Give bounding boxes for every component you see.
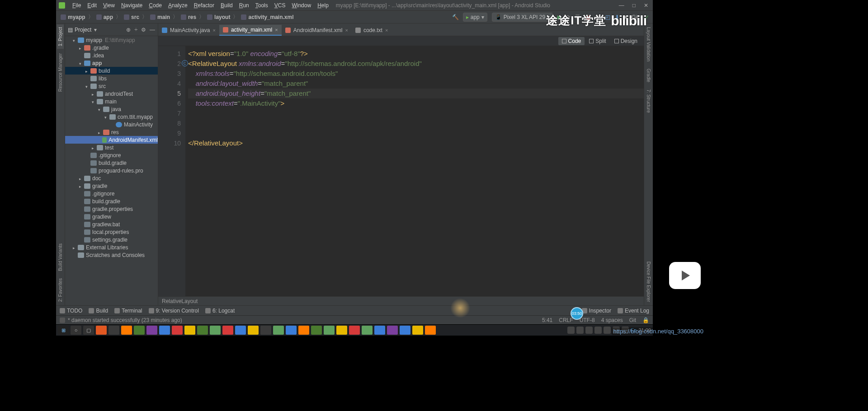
breadcrumb-item[interactable]: activity_main.xml bbox=[241, 14, 293, 20]
tree-node[interactable]: settings.gradle bbox=[65, 236, 158, 243]
tree-node[interactable]: build.gradle bbox=[65, 197, 158, 205]
menu-file[interactable]: File bbox=[70, 1, 84, 9]
view-mode-design[interactable]: Design bbox=[611, 37, 641, 45]
tree-node[interactable]: .gradle bbox=[65, 44, 158, 51]
tree-node[interactable]: java bbox=[65, 105, 158, 113]
code-editor[interactable]: 12C345678910 <?xml version="1.0" encodin… bbox=[158, 46, 644, 296]
menu-code[interactable]: Code bbox=[146, 1, 165, 9]
maximize-icon[interactable]: □ bbox=[632, 2, 636, 9]
cursor-position[interactable]: 5:41 bbox=[542, 317, 552, 323]
lock-icon[interactable]: 🔒 bbox=[642, 317, 649, 323]
breadcrumb-item[interactable]: myapp bbox=[61, 14, 85, 20]
stop-icon[interactable]: ■ bbox=[624, 14, 627, 20]
tree-node[interactable]: MainActivity bbox=[65, 121, 158, 128]
taskbar-app[interactable] bbox=[134, 326, 145, 335]
tray-icon[interactable] bbox=[604, 327, 611, 334]
tree-node[interactable]: proguard-rules.pro bbox=[65, 167, 158, 174]
vcs-update-icon[interactable]: ✓ bbox=[645, 14, 649, 20]
tree-node[interactable]: libs bbox=[65, 75, 158, 82]
select-opened-icon[interactable]: ⊕ bbox=[126, 27, 131, 33]
editor-content[interactable]: <?xml version="1.0" encoding="utf-8"?><R… bbox=[185, 46, 644, 296]
tree-node[interactable]: Scratches and Consoles bbox=[65, 251, 158, 259]
taskbar-app[interactable] bbox=[336, 326, 347, 335]
editor-tab[interactable]: AndroidManifest.xml× bbox=[282, 25, 352, 36]
rail-structure[interactable]: 7: Structure bbox=[645, 87, 652, 116]
menu-edit[interactable]: Edit bbox=[85, 1, 99, 9]
tree-node[interactable]: myappE:\ttit\myapp bbox=[65, 36, 158, 44]
breadcrumb-item[interactable]: src bbox=[124, 14, 139, 20]
apply-changes-icon[interactable]: ⟳ bbox=[566, 14, 571, 20]
bottom-tool-todo[interactable]: TODO bbox=[60, 308, 82, 314]
menu-view[interactable]: View bbox=[100, 1, 118, 9]
hide-panel-icon[interactable]: — bbox=[150, 27, 155, 33]
tree-node[interactable]: androidTest bbox=[65, 90, 158, 98]
attach-debugger-icon[interactable]: ☰ bbox=[575, 14, 580, 20]
expand-all-icon[interactable]: ÷ bbox=[134, 27, 137, 33]
taskbar-app[interactable] bbox=[96, 326, 107, 335]
git-branch[interactable]: Git bbox=[629, 317, 636, 323]
taskbar-app[interactable] bbox=[374, 326, 385, 335]
editor-bottom-breadcrumb[interactable]: RelativeLayout bbox=[158, 296, 644, 305]
tree-node[interactable]: doc bbox=[65, 174, 158, 182]
taskbar-app[interactable] bbox=[210, 326, 221, 335]
rail-layout-validation[interactable]: Layout Validation bbox=[645, 24, 652, 64]
bottom-tool-event-log[interactable]: Event Log bbox=[618, 308, 649, 314]
project-tree[interactable]: myappE:\ttit\myapp.gradle.ideaappbuildli… bbox=[65, 36, 158, 305]
close-tab-icon[interactable]: × bbox=[275, 27, 278, 33]
bottom-tool-build[interactable]: Build bbox=[89, 308, 108, 314]
close-tab-icon[interactable]: × bbox=[345, 28, 348, 33]
tree-node[interactable]: gradlew bbox=[65, 213, 158, 220]
taskbar-app[interactable] bbox=[400, 326, 410, 335]
menu-run[interactable]: Run bbox=[236, 1, 252, 9]
tree-node[interactable]: gradle.properties bbox=[65, 205, 158, 213]
menu-refactor[interactable]: Refactor bbox=[191, 1, 217, 9]
menu-window[interactable]: Window bbox=[289, 1, 314, 9]
tree-node[interactable]: build.gradle bbox=[65, 159, 158, 167]
breadcrumb-item[interactable]: res bbox=[181, 14, 196, 20]
menu-analyze[interactable]: Analyze bbox=[165, 1, 190, 9]
taskbar-app[interactable] bbox=[121, 326, 132, 335]
settings-icon[interactable]: ⚙ bbox=[141, 27, 146, 33]
editor-gutter[interactable]: 12C345678910 bbox=[158, 46, 185, 296]
rail-build-variants[interactable]: Build Variants bbox=[57, 241, 64, 274]
taskbar-app[interactable] bbox=[146, 326, 157, 335]
taskbar-app[interactable] bbox=[387, 326, 398, 335]
breadcrumb-item[interactable]: app bbox=[96, 14, 113, 20]
run-icon[interactable]: ▶ bbox=[557, 14, 561, 20]
tree-node[interactable]: AndroidManifest.xml bbox=[65, 136, 158, 144]
tree-node[interactable]: .gitignore bbox=[65, 151, 158, 159]
taskbar-app[interactable] bbox=[248, 326, 259, 335]
rail-favorites[interactable]: 2: Favorites bbox=[57, 276, 64, 304]
taskbar-app[interactable] bbox=[273, 326, 284, 335]
view-mode-split[interactable]: Split bbox=[585, 37, 609, 45]
menu-tools[interactable]: Tools bbox=[253, 1, 271, 9]
run-config-selector[interactable]: ▸ app ▾ bbox=[463, 13, 487, 22]
indent[interactable]: 4 spaces bbox=[601, 317, 623, 323]
tree-node[interactable]: gradle bbox=[65, 182, 158, 190]
tree-node[interactable]: app bbox=[65, 59, 158, 67]
rail-resource-manager[interactable]: Resource Manager bbox=[57, 51, 64, 94]
taskbar-app[interactable] bbox=[222, 326, 233, 335]
project-panel-label[interactable]: Project bbox=[75, 27, 91, 33]
taskbar-app[interactable] bbox=[349, 326, 360, 335]
tree-node[interactable]: test bbox=[65, 144, 158, 151]
device-selector[interactable]: 📱 Pixel 3 XL API 29 ▾ bbox=[492, 13, 553, 22]
rail-project[interactable]: 1: Project bbox=[57, 24, 64, 49]
bottom-tool-terminal[interactable]: Terminal bbox=[114, 308, 142, 314]
debug-icon[interactable]: 🐞 bbox=[585, 14, 591, 20]
taskbar-app[interactable] bbox=[172, 326, 183, 335]
menu-build[interactable]: Build bbox=[218, 1, 236, 9]
bottom-tool-version-control[interactable]: 9: Version Control bbox=[149, 308, 199, 314]
taskbar-app[interactable] bbox=[286, 326, 297, 335]
menu-help[interactable]: Help bbox=[315, 1, 331, 9]
taskbar-app[interactable] bbox=[362, 326, 373, 335]
sdk-icon[interactable]: ⬇ bbox=[615, 14, 619, 20]
tree-node[interactable]: src bbox=[65, 82, 158, 90]
tray-icon[interactable] bbox=[585, 327, 593, 334]
tree-node[interactable]: .gitignore bbox=[65, 190, 158, 197]
search-button[interactable]: ○ bbox=[71, 326, 81, 335]
taskbar-app[interactable] bbox=[108, 326, 119, 335]
rail-device-file-explorer[interactable]: Device File Explorer bbox=[645, 259, 652, 304]
taskbar-app[interactable] bbox=[159, 326, 170, 335]
close-tab-icon[interactable]: × bbox=[212, 28, 215, 33]
